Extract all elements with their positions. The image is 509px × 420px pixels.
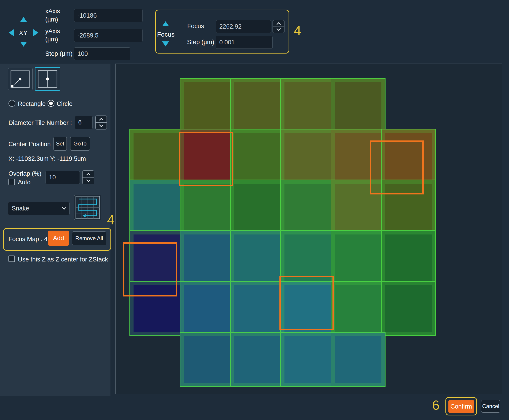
focus-value-input[interactable]: 2262.92 [216,20,271,33]
xy-step-label: Step (µm) [45,50,73,57]
focus-side-label: Focus [157,31,175,38]
chevron-up-icon [86,173,90,177]
focus-step-label: Step (µm) [185,39,214,46]
mosaic-tile [331,332,385,387]
mosaic-tile [331,281,385,336]
mosaic-tile [230,281,285,336]
annotation-number-4-sidebar: 4 [107,213,114,226]
grid-corner-icon [10,69,31,89]
focus-up-arrow-icon[interactable] [162,21,169,26]
remove-all-button[interactable]: Remove All [72,232,106,245]
chevron-up-icon [276,22,280,26]
chevron-down-icon [86,178,90,182]
mosaic-tile [180,78,235,133]
shape-circle-radio[interactable] [48,100,54,107]
diameter-spin-down-button[interactable] [96,122,107,129]
xy-down-arrow-icon[interactable] [20,42,27,47]
mosaic-tile [129,180,184,234]
confirm-button[interactable]: Confirm [448,400,474,413]
overlap-label: Overlap (%) [8,170,41,177]
chevron-up-icon [99,118,103,122]
mosaic-tile [180,281,235,336]
mosaic-tile [129,129,184,184]
scan-order-select[interactable]: Snake [8,202,69,215]
center-position-label: Center Position [8,141,51,148]
diameter-tile-number-input[interactable]: 6 [75,116,93,129]
snake-path-preview [74,195,101,220]
mosaic-tile [230,180,285,234]
scan-order-value: Snake [12,205,63,212]
diameter-spinner [95,115,107,129]
grid-center-icon [37,69,58,89]
focus-group: Focus Focus 2262.92 Step (µm) 0.001 [155,10,289,53]
chevron-down-icon [99,123,103,127]
annotation-number-6-footer: 6 [432,398,440,412]
overlap-auto-label: Auto [18,179,31,186]
tile-mode-center-button[interactable] [35,67,60,91]
mosaic-tile [280,78,335,133]
mosaic-tile [180,332,235,387]
tile-preview-area[interactable] [115,64,502,394]
mosaic-tile [230,78,285,133]
mosaic-tile [381,281,436,336]
focus-roi-rect[interactable] [280,276,334,330]
chevron-down-icon [276,27,280,31]
mosaic-tile [331,230,385,285]
shape-circle-label: Circle [57,100,73,107]
sidebar: Rectangle Circle Diameter Tile Number : … [0,64,111,396]
zstack-center-label: Use this Z as Z center for ZStack [18,256,108,263]
center-coordinates-text: X: -11032.3um Y: -1119.5um [8,155,86,162]
overlap-spinner [82,170,94,184]
overlap-input[interactable]: 10 [45,171,80,184]
focus-roi-rect[interactable] [179,132,233,186]
set-button[interactable]: Set [53,137,67,150]
zstack-center-checkbox[interactable] [8,255,15,262]
mosaic-tile [280,129,335,184]
mosaic-tile [280,180,335,234]
focus-spin-down-button[interactable] [273,27,284,33]
xaxis-input[interactable]: -10186 [74,9,143,22]
xy-pad-label: XY [19,29,27,37]
overlap-spin-down-button[interactable] [82,177,94,184]
focus-map-label: Focus Map : 4 [8,236,48,243]
header: XY xAxis (µm) -10186 yAxis (µm) -2689.5 … [0,0,509,64]
yaxis-input[interactable]: -2689.5 [74,29,143,42]
focus-value-spinner [273,20,284,33]
mosaic-tile [381,230,436,285]
tile-mode-corner-button[interactable] [8,68,32,90]
focus-roi-rect[interactable] [123,242,177,296]
xaxis-label: xAxis (µm) [45,7,60,23]
mosaic-tile [230,129,285,184]
xy-left-arrow-icon[interactable] [9,29,14,36]
xy-step-input[interactable]: 100 [74,47,130,60]
focus-value-label: Focus [187,23,204,30]
chevron-down-icon [62,205,66,210]
focus-step-input[interactable]: 0.001 [216,36,273,49]
mosaic-tile [280,332,335,387]
focus-spin-up-button[interactable] [273,20,284,27]
annotation-number-4-header: 4 [294,24,301,37]
xy-right-arrow-icon[interactable] [33,29,38,36]
xy-pad: XY [7,14,44,50]
mosaic-tile [180,230,235,285]
diameter-tile-number-label: Diameter Tile Number : [8,120,72,127]
overlap-auto-checkbox[interactable] [8,179,15,185]
yaxis-label: yAxis (µm) [45,27,60,44]
overlap-spin-up-button[interactable] [82,171,94,177]
mosaic-tile [230,332,285,387]
mosaic-tile [331,78,385,133]
xy-up-arrow-icon[interactable] [20,17,27,22]
diameter-spin-up-button[interactable] [96,116,107,122]
mosaic-tile [180,180,235,234]
shape-rectangle-radio[interactable] [8,100,15,107]
add-focus-button[interactable]: Add [48,231,69,246]
focus-roi-rect[interactable] [370,141,424,195]
shape-rectangle-label: Rectangle [18,100,46,107]
goto-button[interactable]: GoTo [70,137,90,150]
focus-down-arrow-icon[interactable] [162,41,169,46]
snake-path-icon [75,195,100,219]
cancel-button[interactable]: Cancel [481,400,500,413]
mosaic-tile [230,230,285,285]
